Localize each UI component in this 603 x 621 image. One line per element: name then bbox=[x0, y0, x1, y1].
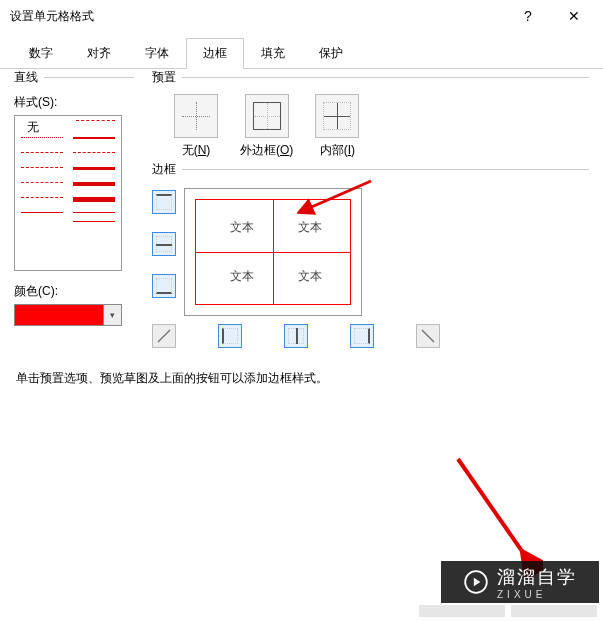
line-style-option[interactable] bbox=[73, 137, 115, 147]
border-bottom-button[interactable] bbox=[152, 274, 176, 298]
svg-line-2 bbox=[422, 330, 434, 342]
annotation-arrow-icon bbox=[423, 437, 543, 577]
border-middle-horizontal-button[interactable] bbox=[152, 232, 176, 256]
line-style-option[interactable] bbox=[73, 152, 115, 162]
tab-border[interactable]: 边框 bbox=[186, 38, 244, 69]
help-button[interactable]: ? bbox=[505, 2, 551, 30]
group-border-title: 边框 bbox=[152, 161, 182, 178]
preset-inside-label: 内部(I) bbox=[320, 142, 355, 159]
preview-cell-text: 文本 bbox=[298, 268, 322, 285]
tab-number[interactable]: 数字 bbox=[12, 38, 70, 69]
close-button[interactable]: ✕ bbox=[551, 2, 597, 30]
style-label: 样式(S): bbox=[14, 94, 134, 111]
tab-strip: 数字 对齐 字体 边框 填充 保护 bbox=[0, 38, 603, 69]
preset-none-icon bbox=[182, 102, 210, 130]
line-style-option[interactable] bbox=[73, 212, 115, 222]
color-label: 颜色(C): bbox=[14, 283, 134, 300]
border-diagonal-up-button[interactable] bbox=[152, 324, 176, 348]
dialog-footer bbox=[419, 605, 597, 617]
group-border: 边框 文本 文本 文本 文本 bbox=[152, 169, 589, 348]
hint-text: 单击预置选项、预览草图及上面的按钮可以添加边框样式。 bbox=[16, 370, 589, 387]
line-style-none[interactable]: 无 bbox=[21, 120, 66, 130]
preset-inside-button[interactable] bbox=[315, 94, 359, 138]
play-icon bbox=[463, 569, 489, 595]
line-style-option[interactable] bbox=[73, 197, 115, 207]
line-style-list[interactable]: 无 bbox=[14, 115, 122, 271]
preset-none-label: 无(N) bbox=[182, 142, 211, 159]
preset-outline-label: 外边框(O) bbox=[240, 142, 293, 159]
group-preset: 预置 无(N) 外 bbox=[152, 77, 589, 159]
preset-inside-icon bbox=[323, 102, 351, 130]
tab-fill[interactable]: 填充 bbox=[244, 38, 302, 69]
svg-line-4 bbox=[458, 459, 533, 567]
border-top-button[interactable] bbox=[152, 190, 176, 214]
preset-outline-button[interactable] bbox=[245, 94, 289, 138]
window-title: 设置单元格格式 bbox=[10, 8, 94, 25]
group-preset-title: 预置 bbox=[152, 69, 182, 86]
line-style-option[interactable] bbox=[73, 182, 115, 192]
tab-font[interactable]: 字体 bbox=[128, 38, 186, 69]
tab-protection[interactable]: 保护 bbox=[302, 38, 360, 69]
line-style-option[interactable] bbox=[21, 137, 63, 147]
line-style-option[interactable] bbox=[21, 197, 63, 207]
preset-outline-icon bbox=[253, 102, 281, 130]
line-style-option[interactable] bbox=[21, 182, 63, 192]
border-right-button[interactable] bbox=[350, 324, 374, 348]
tab-alignment[interactable]: 对齐 bbox=[70, 38, 128, 69]
svg-line-1 bbox=[158, 330, 170, 342]
group-line-title: 直线 bbox=[14, 69, 44, 86]
border-preview[interactable]: 文本 文本 文本 文本 bbox=[184, 188, 362, 316]
line-style-option[interactable] bbox=[73, 167, 115, 177]
group-line: 直线 样式(S): 无 bbox=[14, 77, 134, 326]
border-diagonal-down-button[interactable] bbox=[416, 324, 440, 348]
footer-button[interactable] bbox=[419, 605, 505, 617]
preset-none-button[interactable] bbox=[174, 94, 218, 138]
preview-cell-text: 文本 bbox=[230, 268, 254, 285]
line-style-option[interactable] bbox=[21, 167, 63, 177]
watermark: 溜溜自学 ZIXUE bbox=[441, 561, 599, 603]
preview-cell-text: 文本 bbox=[230, 219, 254, 236]
svg-point-5 bbox=[465, 571, 487, 593]
border-middle-vertical-button[interactable] bbox=[284, 324, 308, 348]
line-style-option[interactable] bbox=[21, 212, 63, 222]
line-style-option[interactable] bbox=[76, 120, 115, 130]
chevron-down-icon[interactable]: ▾ bbox=[104, 304, 122, 326]
border-left-button[interactable] bbox=[218, 324, 242, 348]
preview-cell-text: 文本 bbox=[298, 219, 322, 236]
watermark-sub: ZIXUE bbox=[497, 589, 577, 600]
watermark-brand: 溜溜自学 bbox=[497, 565, 577, 589]
title-bar: 设置单元格格式 ? ✕ bbox=[0, 0, 603, 32]
footer-button[interactable] bbox=[511, 605, 597, 617]
line-style-option[interactable] bbox=[21, 152, 63, 162]
color-swatch[interactable] bbox=[14, 304, 104, 326]
titlebar-buttons: ? ✕ bbox=[505, 2, 597, 30]
color-picker[interactable]: ▾ bbox=[14, 304, 134, 326]
